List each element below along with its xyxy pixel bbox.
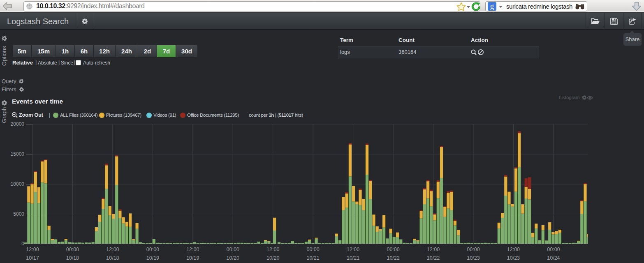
svg-text:10/21: 10/21 [306,255,319,261]
svg-text:00:00: 00:00 [227,247,239,252]
svg-text:12:00: 12:00 [106,247,119,252]
svg-text:00:00: 00:00 [547,247,560,252]
svg-text:12:00: 12:00 [427,247,440,252]
svg-text:20000: 20000 [11,121,25,127]
svg-text:00:00: 00:00 [146,247,159,252]
svg-text:10000: 10000 [11,181,25,187]
svg-text:12:00: 12:00 [507,247,520,252]
svg-text:15000: 15000 [11,151,25,157]
svg-text:10/18: 10/18 [106,255,119,261]
svg-text:10/23: 10/23 [507,255,520,261]
svg-text:10/17: 10/17 [26,255,39,261]
svg-text:00:00: 00:00 [387,247,399,252]
svg-text:10/19: 10/19 [186,255,199,261]
svg-text:12:00: 12:00 [266,247,279,252]
svg-text:10/24: 10/24 [547,255,560,261]
svg-text:10/20: 10/20 [266,255,279,261]
svg-text:10/22: 10/22 [427,255,440,261]
svg-text:00:00: 00:00 [306,247,319,252]
svg-text:10/21: 10/21 [347,255,359,261]
svg-text:12:00: 12:00 [26,247,39,252]
svg-text:12:00: 12:00 [347,247,359,252]
svg-text:00:00: 00:00 [467,247,480,252]
svg-text:00:00: 00:00 [66,247,79,252]
svg-text:10/19: 10/19 [146,255,159,261]
svg-text:10/20: 10/20 [227,255,239,261]
svg-text:10/23: 10/23 [467,255,480,261]
svg-text:5000: 5000 [13,211,24,217]
svg-text:12:00: 12:00 [186,247,199,252]
svg-text:10/22: 10/22 [387,255,399,261]
svg-text:10/18: 10/18 [66,255,79,261]
